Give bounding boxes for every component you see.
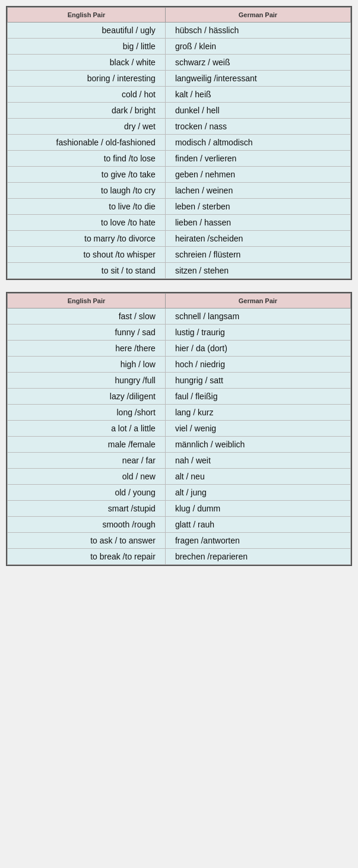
english-cell: to find /to lose bbox=[8, 151, 166, 167]
german-cell: alt / jung bbox=[165, 485, 350, 501]
german-cell: lustig / traurig bbox=[165, 325, 350, 341]
english-cell: cold / hot bbox=[8, 87, 166, 103]
english-cell: smooth /rough bbox=[8, 517, 166, 533]
english-cell: lazy /diligent bbox=[8, 389, 166, 405]
german-cell: lachen / weinen bbox=[165, 183, 350, 199]
english-cell: big / little bbox=[8, 39, 166, 55]
english-cell: near / far bbox=[8, 453, 166, 469]
table-row: male /femalemännlich / weiblich bbox=[8, 437, 351, 453]
german-cell: faul / fleißig bbox=[165, 389, 350, 405]
german-cell: groß / klein bbox=[165, 39, 350, 55]
german-cell: langweilig /interessant bbox=[165, 71, 350, 87]
german-cell: viel / wenig bbox=[165, 421, 350, 437]
table-row: beautiful / uglyhübsch / hässlich bbox=[8, 23, 351, 39]
table-row: old / youngalt / jung bbox=[8, 485, 351, 501]
table-row: black / whiteschwarz / weiß bbox=[8, 55, 351, 71]
german-cell: sitzen / stehen bbox=[165, 263, 350, 279]
english-cell: a lot / a little bbox=[8, 421, 166, 437]
english-cell: to sit / to stand bbox=[8, 263, 166, 279]
english-cell: funny / sad bbox=[8, 325, 166, 341]
table-row: high / lowhoch / niedrig bbox=[8, 357, 351, 373]
table-row: cold / hotkalt / heiß bbox=[8, 87, 351, 103]
english-cell: hungry /full bbox=[8, 373, 166, 389]
table2-header-german: German Pair bbox=[165, 294, 350, 309]
german-cell: männlich / weiblich bbox=[165, 437, 350, 453]
table-row: here /therehier / da (dort) bbox=[8, 341, 351, 357]
german-cell: leben / sterben bbox=[165, 199, 350, 215]
table-row: old / newalt / neu bbox=[8, 469, 351, 485]
table-row: fashionable / old-fashionedmodisch / alt… bbox=[8, 135, 351, 151]
german-cell: brechen /reparieren bbox=[165, 549, 350, 565]
german-cell: heiraten /scheiden bbox=[165, 231, 350, 247]
german-cell: kalt / heiß bbox=[165, 87, 350, 103]
german-cell: hoch / niedrig bbox=[165, 357, 350, 373]
table-row: to ask / to answerfragen /antworten bbox=[8, 533, 351, 549]
english-cell: to love /to hate bbox=[8, 215, 166, 231]
table-row: to sit / to standsitzen / stehen bbox=[8, 263, 351, 279]
english-cell: fashionable / old-fashioned bbox=[8, 135, 166, 151]
german-cell: finden / verlieren bbox=[165, 151, 350, 167]
english-cell: old / young bbox=[8, 485, 166, 501]
table-row: a lot / a littleviel / wenig bbox=[8, 421, 351, 437]
table-row: boring / interestinglangweilig /interess… bbox=[8, 71, 351, 87]
table1-header-german: German Pair bbox=[165, 8, 350, 23]
german-cell: lang / kurz bbox=[165, 405, 350, 421]
english-cell: to break /to repair bbox=[8, 549, 166, 565]
table1-header-english: English Pair bbox=[8, 8, 166, 23]
german-cell: schwarz / weiß bbox=[165, 55, 350, 71]
english-cell: dry / wet bbox=[8, 119, 166, 135]
table-row: lazy /diligentfaul / fleißig bbox=[8, 389, 351, 405]
table-row: to marry /to divorceheiraten /scheiden bbox=[8, 231, 351, 247]
english-cell: dark / bright bbox=[8, 103, 166, 119]
english-cell: beautiful / ugly bbox=[8, 23, 166, 39]
table-row: to shout /to whisperschreien / flüstern bbox=[8, 247, 351, 263]
table2: English Pair German Pair fast / slowschn… bbox=[6, 292, 352, 566]
english-cell: long /short bbox=[8, 405, 166, 421]
table-row: to break /to repairbrechen /reparieren bbox=[8, 549, 351, 565]
english-cell: to laugh /to cry bbox=[8, 183, 166, 199]
german-cell: hungrig / satt bbox=[165, 373, 350, 389]
table-row: smart /stupidklug / dumm bbox=[8, 501, 351, 517]
table2-header-english: English Pair bbox=[8, 294, 166, 309]
german-cell: hier / da (dort) bbox=[165, 341, 350, 357]
table-row: long /shortlang / kurz bbox=[8, 405, 351, 421]
table-row: to love /to hatelieben / hassen bbox=[8, 215, 351, 231]
german-cell: schnell / langsam bbox=[165, 309, 350, 325]
german-cell: trocken / nass bbox=[165, 119, 350, 135]
table-row: to laugh /to crylachen / weinen bbox=[8, 183, 351, 199]
english-cell: to live /to die bbox=[8, 199, 166, 215]
english-cell: here /there bbox=[8, 341, 166, 357]
table-row: smooth /roughglatt / rauh bbox=[8, 517, 351, 533]
table-row: to find /to losefinden / verlieren bbox=[8, 151, 351, 167]
table-row: near / farnah / weit bbox=[8, 453, 351, 469]
german-cell: fragen /antworten bbox=[165, 533, 350, 549]
table-row: dark / brightdunkel / hell bbox=[8, 103, 351, 119]
table-row: dry / wettrocken / nass bbox=[8, 119, 351, 135]
english-cell: to ask / to answer bbox=[8, 533, 166, 549]
table-row: funny / sadlustig / traurig bbox=[8, 325, 351, 341]
table1: English Pair German Pair beautiful / ugl… bbox=[6, 6, 352, 280]
table-row: to live /to dieleben / sterben bbox=[8, 199, 351, 215]
table-row: fast / slowschnell / langsam bbox=[8, 309, 351, 325]
table-row: hungry /fullhungrig / satt bbox=[8, 373, 351, 389]
english-cell: high / low bbox=[8, 357, 166, 373]
english-cell: fast / slow bbox=[8, 309, 166, 325]
german-cell: nah / weit bbox=[165, 453, 350, 469]
german-cell: klug / dumm bbox=[165, 501, 350, 517]
german-cell: dunkel / hell bbox=[165, 103, 350, 119]
german-cell: modisch / altmodisch bbox=[165, 135, 350, 151]
german-cell: glatt / rauh bbox=[165, 517, 350, 533]
english-cell: old / new bbox=[8, 469, 166, 485]
english-cell: male /female bbox=[8, 437, 166, 453]
english-cell: boring / interesting bbox=[8, 71, 166, 87]
english-cell: to give /to take bbox=[8, 167, 166, 183]
english-cell: to shout /to whisper bbox=[8, 247, 166, 263]
german-cell: alt / neu bbox=[165, 469, 350, 485]
table-row: big / littlegroß / klein bbox=[8, 39, 351, 55]
german-cell: lieben / hassen bbox=[165, 215, 350, 231]
german-cell: hübsch / hässlich bbox=[165, 23, 350, 39]
english-cell: to marry /to divorce bbox=[8, 231, 166, 247]
table-row: to give /to takegeben / nehmen bbox=[8, 167, 351, 183]
english-cell: black / white bbox=[8, 55, 166, 71]
german-cell: schreien / flüstern bbox=[165, 247, 350, 263]
